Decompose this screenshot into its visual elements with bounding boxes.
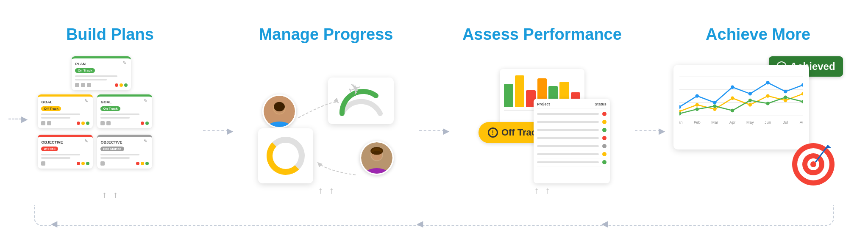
svg-point-24	[748, 103, 751, 106]
spinner-ring	[267, 137, 305, 175]
status-dot	[602, 128, 606, 132]
card-lines	[100, 154, 149, 159]
dot-green	[124, 83, 128, 87]
build-plans-cards: ✎ PLAN On Track	[38, 56, 182, 209]
card-goal-green-label: GOAL	[100, 100, 149, 104]
icon-dot2	[106, 121, 111, 125]
avatar-male	[262, 94, 296, 128]
card-plan-lines	[75, 75, 128, 80]
up-arrow1: ↑	[534, 185, 539, 196]
bottom-arrow-left: ◀	[51, 219, 57, 229]
line1	[41, 154, 80, 155]
dot-yellow	[141, 162, 144, 165]
connector-line	[419, 130, 445, 131]
svg-text:Feb: Feb	[693, 120, 700, 125]
card-goal-green: ✎ GOAL On Track	[97, 94, 152, 128]
card-objective-gray: ✎ OBJECTIVE Not Started	[97, 135, 152, 169]
card-icons	[100, 121, 149, 125]
svg-point-32	[748, 98, 751, 102]
svg-text:Jul: Jul	[783, 120, 788, 125]
svg-point-31	[731, 108, 734, 112]
bottom-arrow-mid1: ◀	[417, 219, 423, 229]
line1	[41, 113, 80, 115]
card-plan-status: On Track	[75, 68, 95, 73]
svg-point-16	[748, 92, 751, 95]
color-dots	[77, 162, 89, 165]
build-plans-content: ✎ PLAN On Track	[17, 52, 203, 213]
svg-text:Apr: Apr	[729, 120, 735, 125]
status-line	[537, 137, 599, 139]
connector-3-4: ▶	[635, 126, 665, 136]
arrow-right: ▶	[443, 126, 449, 136]
card-plan-label: PLAN	[75, 62, 128, 66]
status-line	[537, 153, 599, 155]
card-lines	[41, 113, 89, 119]
status-row	[537, 126, 606, 134]
dot-red	[77, 162, 80, 165]
color-dots	[136, 162, 149, 165]
connector-line	[635, 130, 660, 131]
section-title-manage: Manage Progress	[259, 25, 393, 44]
section-assess-performance: Assess Performance	[449, 25, 635, 213]
gauge-svg	[336, 84, 387, 118]
icon-dot2	[81, 83, 85, 87]
bottom-arrow-mid2: ◀	[601, 219, 608, 229]
dot-yellow	[120, 83, 123, 87]
assess-content: ! Off Track Project Status	[449, 52, 635, 213]
status-dot	[602, 160, 606, 164]
card-obj-gray-label: OBJECTIVE	[100, 140, 149, 144]
dot-red	[136, 162, 139, 165]
status-line	[537, 161, 599, 163]
status-list-header: Project Status	[537, 102, 606, 108]
dot-red	[115, 83, 118, 87]
svg-point-23	[731, 96, 734, 100]
section-achieve-more: Achieve More ✓ Achieved	[665, 25, 851, 213]
svg-point-22	[713, 107, 716, 111]
card-lines	[41, 154, 89, 159]
icon-dot1	[75, 83, 79, 87]
svg-text:Aug: Aug	[799, 120, 803, 125]
status-line	[537, 129, 599, 131]
color-dots	[141, 122, 149, 125]
svg-point-30	[713, 104, 716, 108]
manage-inner: ✈	[250, 56, 402, 209]
manage-content: ✈	[233, 52, 419, 213]
svg-point-13	[695, 94, 698, 97]
dot-yellow	[81, 162, 85, 165]
line-chart-svg: Jan Feb Mar Apr May Jun Jul Aug	[679, 71, 803, 130]
card-goal-yellow: ✎ GOAL Off Track	[38, 94, 93, 128]
target-icon	[788, 137, 839, 188]
bar-1	[504, 84, 513, 107]
svg-point-21	[695, 103, 698, 106]
edit-icon: ✎	[84, 138, 90, 144]
status-list-card: Project Status	[534, 99, 610, 183]
dot-red	[77, 122, 80, 125]
svg-point-26	[784, 98, 787, 102]
connector-line	[203, 130, 228, 131]
status-row	[537, 118, 606, 126]
dot-green	[145, 122, 149, 125]
svg-point-27	[801, 92, 803, 95]
achieve-inner: ✓ Achieved	[669, 52, 847, 213]
up-arrow2: ↑	[329, 185, 334, 196]
edit-icon: ✎	[144, 138, 150, 144]
card-objective-red: ✎ OBJECTIVE At Risk	[38, 135, 93, 169]
svg-marker-50	[825, 145, 831, 149]
status-dot	[602, 112, 606, 116]
color-dots	[115, 83, 128, 87]
svg-text:Jun: Jun	[765, 120, 771, 125]
color-dots	[77, 122, 89, 125]
card-obj-red-status: At Risk	[41, 147, 58, 151]
svg-point-33	[766, 102, 769, 105]
achieve-content: ✓ Achieved	[665, 52, 851, 213]
dot-red	[141, 122, 144, 125]
svg-point-34	[784, 95, 787, 99]
dot-green	[145, 162, 149, 165]
up-arrows-assess: ↑ ↑	[534, 185, 550, 196]
card-icons	[41, 161, 89, 166]
svg-text:Mar: Mar	[711, 120, 718, 125]
status-row	[537, 134, 606, 142]
edit-icon: ✎	[122, 60, 128, 66]
col-status: Status	[595, 102, 606, 106]
up-arrow1: ↑	[102, 189, 107, 200]
